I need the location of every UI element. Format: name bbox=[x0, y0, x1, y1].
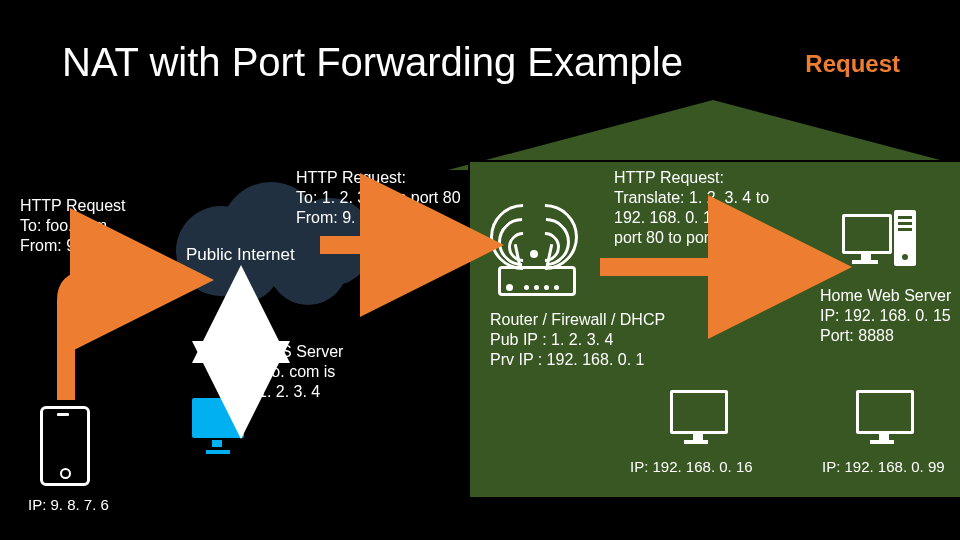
req1-line2: To: foo. com bbox=[20, 216, 128, 236]
server-line3: Port: 8888 bbox=[820, 326, 951, 346]
internet-cloud-label: Public Internet bbox=[186, 245, 295, 265]
req2-line3: From: 9. 8. 7. 6 bbox=[296, 208, 461, 228]
router-line1: Router / Firewall / DHCP bbox=[490, 310, 665, 330]
subtitle-request: Request bbox=[805, 50, 900, 78]
http-request-2: HTTP Request: To: 1. 2. 3. 4 on port 80 … bbox=[296, 168, 461, 228]
req1-line3: From: 9. 8. 7. 6 bbox=[20, 236, 128, 256]
arrow-cloud-to-router bbox=[320, 230, 480, 264]
http-request-1: HTTP Request To: foo. com From: 9. 8. 7.… bbox=[20, 196, 128, 256]
phone-ip-label: IP: 9. 8. 7. 6 bbox=[28, 496, 109, 515]
dns-line1: DNS Server bbox=[258, 342, 343, 362]
wifi-icon bbox=[486, 202, 582, 262]
arrow-router-to-server bbox=[600, 252, 828, 286]
http-request-3: HTTP Request: Translate: 1. 2. 3. 4 to 1… bbox=[614, 168, 769, 248]
lan-pc-1-icon bbox=[670, 390, 728, 452]
router-label: Router / Firewall / DHCP Pub IP : 1. 2. … bbox=[490, 310, 665, 370]
router-icon bbox=[498, 266, 570, 296]
req3-line3: 192. 168. 0. 15 bbox=[614, 208, 769, 228]
diagram-stage: NAT with Port Forwarding Example Request… bbox=[0, 0, 960, 540]
req3-line2: Translate: 1. 2. 3. 4 to bbox=[614, 188, 769, 208]
server-line1: Home Web Server bbox=[820, 286, 951, 306]
page-title: NAT with Port Forwarding Example bbox=[62, 40, 683, 85]
req3-line4: port 80 to port 8888 bbox=[614, 228, 769, 248]
server-line2: IP: 192. 168. 0. 15 bbox=[820, 306, 951, 326]
home-web-server-icon bbox=[842, 210, 918, 272]
arrow-phone-to-cloud bbox=[60, 270, 210, 424]
dns-line2: foo. com is bbox=[258, 362, 343, 382]
req2-line2: To: 1. 2. 3. 4 on port 80 bbox=[296, 188, 461, 208]
lan-pc-2-icon bbox=[856, 390, 914, 452]
lan-pc-2-ip: IP: 192. 168. 0. 99 bbox=[822, 458, 945, 477]
req3-line1: HTTP Request: bbox=[614, 168, 769, 188]
lan-pc-1-ip: IP: 192. 168. 0. 16 bbox=[630, 458, 753, 477]
dns-server-label: DNS Server foo. com is 1. 2. 3. 4 bbox=[258, 342, 343, 402]
dns-line3: 1. 2. 3. 4 bbox=[258, 382, 343, 402]
req1-line1: HTTP Request bbox=[20, 196, 128, 216]
req2-line1: HTTP Request: bbox=[296, 168, 461, 188]
router-line2: Pub IP : 1. 2. 3. 4 bbox=[490, 330, 665, 350]
home-web-server-label: Home Web Server IP: 192. 168. 0. 15 Port… bbox=[820, 286, 951, 346]
router-line3: Prv IP : 192. 168. 0. 1 bbox=[490, 350, 665, 370]
arrow-cloud-dns bbox=[226, 306, 256, 402]
